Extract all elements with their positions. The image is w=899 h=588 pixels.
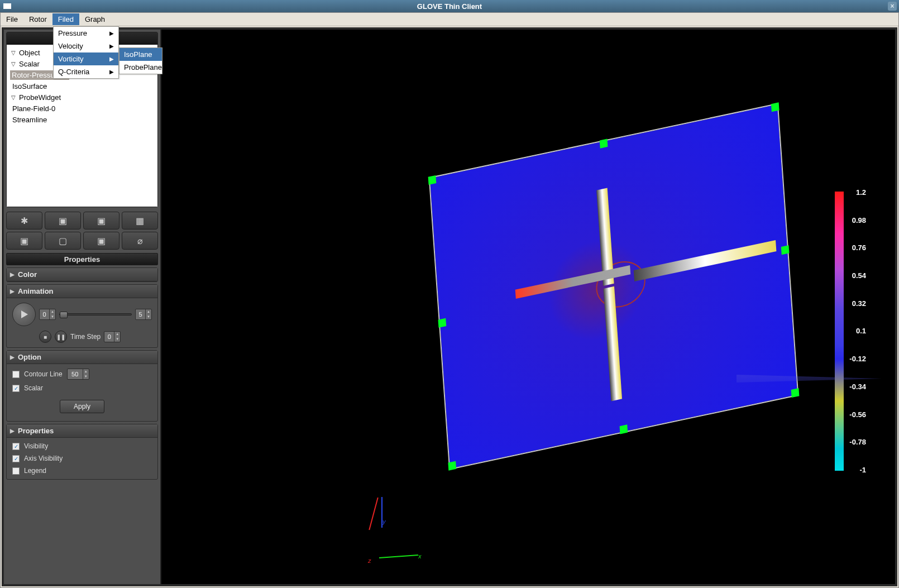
sidebar: ▽Object ▽Scalar Rotor-Pressure-0 IsoSurf…	[4, 30, 161, 584]
tree-twisty-icon[interactable]: ▽	[10, 94, 17, 101]
color-label: Color	[18, 270, 37, 279]
tree-isosurface[interactable]: IsoSurface	[10, 82, 47, 90]
contour-value: 50	[68, 369, 83, 379]
legend-tick: -0.78	[849, 438, 866, 446]
legend-tick: 0.76	[849, 243, 866, 252]
menu-rotor[interactable]: Rotor	[23, 13, 52, 25]
filed-dropdown: Pressure ▶ Velocity ▶ Vorticity ▶ Q-Crit…	[53, 26, 119, 79]
contour-line-checkbox[interactable]	[12, 371, 20, 378]
dropdown-vorticity[interactable]: Vorticity ▶	[54, 52, 118, 65]
scalar-label: Scalar	[24, 384, 43, 392]
visibility-label: Visibility	[24, 442, 48, 450]
submenu-arrow-icon: ▶	[109, 69, 114, 75]
viewport-3d[interactable]: x y z 1.2 0.98 0.76 0.54 0.32 0.1 -0.12 …	[161, 30, 895, 584]
dropdown-qcriteria[interactable]: Q-Criteria ▶	[54, 65, 118, 78]
color-legend: 1.2 0.98 0.76 0.54 0.32 0.1 -0.12 -0.34 …	[821, 192, 866, 471]
submenu-arrow-icon: ▶	[109, 43, 114, 49]
tool-fan-icon[interactable]: ✱	[6, 212, 42, 230]
apply-button[interactable]: Apply	[60, 400, 104, 413]
color-legend-ticks: 1.2 0.98 0.76 0.54 0.32 0.1 -0.12 -0.34 …	[849, 188, 866, 474]
anim-end-spinner[interactable]: 5▲▼	[135, 309, 152, 320]
scalar-checkbox[interactable]: ✓	[12, 385, 20, 392]
option-label: Option	[18, 353, 41, 361]
slider-thumb[interactable]	[60, 312, 68, 318]
submenu-isoplane[interactable]: IsoPlane	[119, 48, 162, 61]
tree-streamline[interactable]: Streamline	[10, 116, 47, 124]
pause-button[interactable]: ❚❚	[55, 331, 67, 343]
contour-line-label: Contour Line	[24, 370, 63, 378]
properties-header: Properties	[6, 253, 158, 265]
axis-z	[369, 498, 378, 530]
window-close-button[interactable]: ×	[888, 2, 897, 11]
legend-tick: 0.32	[849, 299, 866, 308]
window-title: GLOVE Thin Client	[417, 2, 482, 11]
plane-handle[interactable]	[771, 102, 780, 112]
plane-handle[interactable]	[428, 175, 437, 185]
legend-tick: -1	[849, 466, 866, 474]
submenu-arrow-icon: ▶	[109, 30, 114, 36]
tree-plane-field[interactable]: Plane-Field-0	[10, 104, 55, 113]
color-legend-bar	[835, 192, 844, 471]
option-section-header[interactable]: ▶Option	[7, 351, 157, 364]
play-icon	[20, 310, 28, 319]
menu-graph[interactable]: Graph	[79, 13, 111, 25]
dropdown-pressure[interactable]: Pressure ▶	[54, 27, 118, 40]
legend-checkbox[interactable]	[12, 467, 20, 475]
tree-twisty-icon[interactable]: ▽	[10, 50, 17, 56]
expand-icon: ▶	[10, 288, 15, 294]
probe-plane[interactable]	[429, 103, 799, 470]
tree-scalar[interactable]: Scalar	[17, 60, 40, 68]
tool-cube-alt-icon[interactable]: ▣	[83, 232, 119, 250]
tool-cylinder-icon[interactable]: ⌀	[122, 232, 158, 250]
anim-slider[interactable]	[59, 313, 132, 315]
dropdown-qcriteria-label: Q-Criteria	[58, 68, 89, 76]
vorticity-submenu: IsoPlane ProbePlane	[119, 47, 162, 74]
plane-handle[interactable]	[791, 388, 800, 398]
plane-handle[interactable]	[438, 318, 447, 328]
tool-cube-red-icon[interactable]: ▣	[6, 232, 42, 250]
time-step-label: Time Step	[70, 333, 101, 341]
visibility-checkbox[interactable]: ✓	[12, 443, 20, 450]
stop-button[interactable]: ■	[39, 331, 51, 343]
dropdown-velocity[interactable]: Velocity ▶	[54, 40, 118, 52]
plane-handle[interactable]	[448, 461, 456, 471]
contour-value-spinner[interactable]: 50▲▼	[67, 369, 89, 380]
expand-icon: ▶	[10, 354, 15, 360]
axis-gizmo: x y z	[362, 514, 418, 570]
window-titlebar: GLOVE Thin Client ×	[0, 0, 899, 12]
color-section-header[interactable]: ▶Color	[7, 268, 157, 281]
tree-twisty-icon[interactable]: ▽	[10, 61, 17, 67]
plane-handle[interactable]	[781, 245, 790, 255]
dropdown-velocity-label: Velocity	[58, 42, 83, 50]
menu-file[interactable]: File	[1, 13, 23, 25]
menubar: File Rotor Filed Graph	[1, 13, 898, 26]
tool-buttons: ✱ ▣ ▣ ▦ ▣ ▢ ▣ ⌀	[4, 209, 160, 252]
plane-handle[interactable]	[620, 424, 628, 434]
tool-cube-outline-icon[interactable]: ▢	[45, 232, 81, 250]
svg-marker-0	[21, 310, 28, 318]
axis-visibility-checkbox[interactable]: ✓	[12, 455, 20, 462]
animation-section-header[interactable]: ▶Animation	[7, 285, 157, 298]
menu-filed[interactable]: Filed	[52, 13, 79, 25]
dropdown-pressure-label: Pressure	[58, 29, 87, 37]
legend-tick: -0.56	[849, 410, 866, 419]
anim-start-value: 0	[40, 309, 49, 319]
legend-tick: 0.98	[849, 216, 866, 224]
plane-handle[interactable]	[600, 139, 608, 149]
time-step-spinner[interactable]: 0▲▼	[104, 331, 121, 342]
tree-probewidget[interactable]: ProbeWidget	[17, 93, 61, 102]
option-section: ▶Option Contour Line 50▲▼ ✓ Scalar Apply	[6, 350, 158, 422]
anim-end-value: 5	[136, 309, 145, 319]
axis-x	[379, 554, 418, 558]
anim-start-spinner[interactable]: 0▲▼	[39, 309, 56, 320]
tool-cube-brown-icon[interactable]: ▣	[83, 212, 119, 230]
axis-z-label: z	[368, 557, 371, 564]
axis-visibility-label: Axis Visibility	[24, 455, 63, 462]
submenu-probeplane[interactable]: ProbePlane	[119, 61, 162, 74]
tool-cube-green-icon[interactable]: ▣	[45, 212, 81, 230]
dropdown-vorticity-label: Vorticity	[58, 55, 84, 63]
play-button[interactable]	[12, 303, 36, 326]
properties-section-header[interactable]: ▶Properties	[7, 424, 157, 438]
tool-grid-icon[interactable]: ▦	[122, 212, 158, 230]
tree-object[interactable]: Object	[17, 49, 40, 57]
